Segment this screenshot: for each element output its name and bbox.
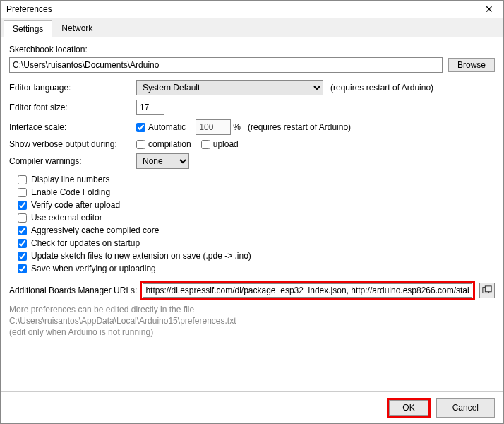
automatic-label: Automatic — [148, 122, 186, 132]
compilation-checkbox[interactable] — [136, 140, 145, 149]
save-verify-upload-checkbox[interactable] — [18, 264, 27, 273]
tab-network[interactable]: Network — [52, 20, 102, 37]
scale-input[interactable] — [196, 119, 231, 135]
compiler-warnings-label: Compiler warnings: — [9, 156, 136, 166]
sketchbook-label: Sketchbook location: — [9, 45, 88, 54]
content-pane: Sketchbook location: Browse Editor langu… — [1, 37, 503, 391]
open-urls-dialog-button[interactable] — [479, 283, 495, 298]
update-sketch-ext-checkbox[interactable] — [18, 252, 27, 261]
footer: OK Cancel — [1, 391, 503, 423]
upload-label: upload — [213, 139, 239, 149]
font-size-input[interactable] — [136, 100, 164, 115]
editor-language-select[interactable]: System Default — [136, 80, 323, 95]
window-icon — [482, 285, 492, 295]
upload-checkbox[interactable] — [201, 140, 210, 149]
boards-urls-input[interactable] — [143, 283, 472, 298]
verbose-label: Show verbose output during: — [9, 139, 136, 149]
enable-code-folding-label: Enable Code Folding — [31, 187, 110, 197]
boards-urls-label: Additional Boards Manager URLs: — [9, 285, 137, 295]
compilation-label: compilation — [148, 139, 191, 149]
cancel-button[interactable]: Cancel — [436, 398, 495, 418]
scale-note: (requires restart of Arduino) — [248, 122, 351, 132]
editor-language-note: (requires restart of Arduino) — [330, 83, 433, 93]
tab-settings[interactable]: Settings — [4, 20, 52, 37]
display-line-numbers-checkbox[interactable] — [18, 175, 27, 184]
verify-after-upload-checkbox[interactable] — [18, 201, 27, 210]
display-line-numbers-label: Display line numbers — [31, 175, 109, 184]
use-external-editor-label: Use external editor — [31, 213, 102, 223]
automatic-checkbox[interactable] — [136, 123, 145, 132]
titlebar: Preferences ✕ — [1, 1, 503, 18]
ok-highlight: OK — [387, 398, 430, 418]
sketchbook-input[interactable] — [9, 57, 443, 73]
ok-button[interactable]: OK — [389, 400, 428, 416]
save-verify-upload-label: Save when verifying or uploading — [31, 264, 156, 273]
aggressively-cache-checkbox[interactable] — [18, 226, 27, 235]
boards-urls-highlight — [140, 281, 475, 300]
more-prefs-line1: More preferences can be edited directly … — [9, 305, 495, 314]
use-external-editor-checkbox[interactable] — [18, 213, 27, 223]
interface-scale-label: Interface scale: — [9, 122, 136, 132]
svg-rect-1 — [485, 286, 491, 292]
verify-after-upload-label: Verify code after upload — [31, 200, 120, 210]
compiler-warnings-select[interactable]: None — [136, 153, 189, 169]
update-sketch-ext-label: Update sketch files to new extension on … — [31, 251, 251, 261]
enable-code-folding-checkbox[interactable] — [18, 188, 27, 197]
editor-language-label: Editor language: — [9, 83, 136, 93]
percent-label: % — [233, 122, 241, 132]
more-prefs-path: C:\Users\ruisantos\AppData\Local\Arduino… — [9, 316, 495, 326]
check-updates-checkbox[interactable] — [18, 239, 27, 248]
window-title: Preferences — [6, 4, 52, 14]
preferences-window: Preferences ✕ Settings Network Sketchboo… — [0, 0, 504, 424]
tabs: Settings Network — [1, 18, 503, 37]
aggressively-cache-label: Aggressively cache compiled core — [31, 225, 159, 235]
check-updates-label: Check for updates on startup — [31, 238, 140, 248]
browse-button[interactable]: Browse — [448, 58, 495, 72]
font-size-label: Editor font size: — [9, 102, 136, 112]
more-prefs-note: (edit only when Arduino is not running) — [9, 327, 495, 337]
close-icon[interactable]: ✕ — [481, 4, 498, 15]
